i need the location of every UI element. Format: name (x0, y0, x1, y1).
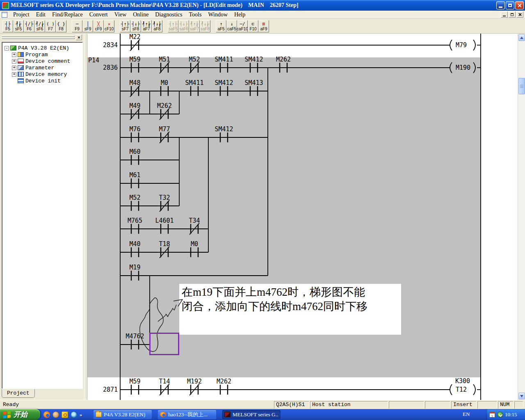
mdi-minimize-button[interactable] (501, 11, 508, 18)
tool-aF8-icon: ┦↓┟ (153, 21, 161, 27)
restore-button[interactable] (506, 1, 514, 9)
dock-grip[interactable] (2, 36, 75, 37)
tool-F7-button[interactable]: ( )F7 (45, 20, 56, 32)
ladder-editor[interactable]: M22M792834M59M51M52SM411SM412M262M190283… (87, 34, 518, 400)
tool-sF9-button[interactable]: │sF9 (82, 20, 93, 32)
tool-F8-button[interactable]: { }F8 (56, 20, 66, 32)
svg-text:M52: M52 (129, 194, 140, 201)
panel-splitter[interactable] (84, 34, 87, 400)
tool-caF10-button[interactable]: ─/caF10 (237, 20, 248, 32)
mdi-restore-button[interactable] (509, 11, 516, 18)
close-button[interactable] (515, 1, 524, 9)
menu-online[interactable]: Online (130, 11, 152, 18)
tool-caF5-button[interactable]: ↓caF5 (226, 20, 237, 32)
expand-toggle[interactable]: + (12, 72, 16, 77)
taskbar-button-hao123-[interactable]: hao123--我的上... (158, 410, 216, 419)
messenger-icon[interactable] (52, 411, 59, 418)
firefox-icon[interactable] (43, 411, 50, 418)
menu-view[interactable]: View (111, 11, 130, 18)
tool-aF5-icon: ↑ (220, 21, 223, 27)
vertical-scrollbar[interactable] (518, 34, 525, 400)
taskbar-button-label: P4A V3.28 E2(EN) (104, 411, 145, 418)
menu-window[interactable]: Window (205, 11, 231, 18)
parameter-icon (18, 65, 24, 70)
tool-aF9-label: aF9 (260, 27, 267, 31)
panel-header[interactable]: × (1, 34, 83, 41)
window-title: MELSOFT series GX Developer F:\Punch Pre… (11, 2, 495, 9)
menu-items: ProjectEditFind/ReplaceConvertViewOnline… (10, 11, 500, 18)
tool-F7-label: F7 (48, 27, 53, 31)
scroll-down-button[interactable] (518, 393, 525, 399)
tool-F10-button[interactable]: ⊏F10 (248, 20, 258, 32)
tree-item-label: P4A V3.28 E2(EN) (18, 45, 69, 51)
tool-F6-button[interactable]: ┤/├F6 (24, 20, 34, 32)
search-icon[interactable] (62, 411, 68, 418)
tool-saF5-button: ┤↑├saF5 (168, 20, 178, 32)
mdi-minimize-icon (503, 16, 506, 16)
tree-item-program[interactable]: +Program (3, 51, 82, 58)
menu-edit[interactable]: Edit (33, 11, 49, 18)
menu-convert[interactable]: Convert (86, 11, 111, 18)
annotation-line-1: 在m19下面并上m4762时，梯形图不能 (182, 285, 399, 299)
menu-help[interactable]: Help (231, 11, 249, 18)
tree-item-label: Device init (25, 78, 61, 84)
tree-item-device-memory[interactable]: +Device memory (3, 71, 82, 78)
tool-aF7-button[interactable]: ┦↑┟aF7 (141, 20, 152, 32)
annotation-line-2: 闭合，添加向下的线时m4762同时下移 (182, 299, 399, 314)
update-shield-icon[interactable] (497, 412, 503, 418)
status-connection: Host station (310, 401, 388, 409)
tab-project[interactable]: Project (2, 389, 35, 398)
svg-text:M192: M192 (187, 378, 202, 385)
menu-tools[interactable]: Tools (185, 11, 205, 18)
expand-toggle[interactable]: + (12, 66, 16, 70)
svg-text:M59: M59 (129, 56, 140, 63)
svg-text:SM412: SM412 (215, 79, 233, 87)
menu-project[interactable]: Project (10, 11, 33, 18)
ie-icon[interactable] (71, 411, 77, 418)
panel-close-button[interactable]: × (76, 34, 82, 40)
scrollbar-thumb[interactable] (518, 78, 525, 94)
tool-cF9-button[interactable]: ╳cF9 (93, 20, 104, 32)
status-ready: Ready (1, 401, 273, 409)
tree-item-device-init[interactable]: +Device init (3, 78, 82, 84)
svg-text:M262: M262 (217, 378, 231, 385)
expand-toggle[interactable]: - (5, 46, 9, 50)
expand-toggle[interactable]: + (12, 59, 16, 64)
dock-grip[interactable] (2, 38, 75, 39)
minimize-button[interactable] (496, 1, 505, 9)
mdi-document-icon[interactable] (2, 12, 7, 18)
tool-sF8-button[interactable]: ┤↓├sF8 (130, 20, 141, 32)
tool-aF9-button[interactable]: ⊠aF9 (258, 20, 269, 32)
taskbar-button-p4a-v3-28-e2-en-[interactable]: P4A V3.28 E2(EN) (94, 410, 152, 419)
status-plc-type: Q2AS(H)S1 (274, 401, 309, 409)
language-indicator[interactable]: EN (463, 411, 470, 418)
windows-flag-icon (3, 410, 11, 418)
tool-sF5-button[interactable]: ┦┟sF5 (13, 20, 24, 32)
menu-find-replace[interactable]: Find/Replace (49, 11, 86, 18)
scroll-up-button[interactable] (518, 34, 525, 41)
toolbar-group-3: ┤↑├sF7┤↓├sF8┦↑┟aF7┦↓┟aF8 (120, 20, 162, 32)
tool-sF7-button[interactable]: ┤↑├sF7 (120, 20, 130, 32)
tool-F9-button[interactable]: ─F9 (72, 20, 82, 32)
expand-toggle[interactable]: + (12, 52, 16, 57)
tool-cF9-label: cF9 (95, 27, 102, 31)
status-num-lock: NUM (498, 401, 514, 409)
svg-text:SM412: SM412 (244, 56, 263, 63)
mdi-close-button[interactable] (516, 11, 523, 18)
calendar-icon[interactable]: 1 (489, 412, 495, 418)
tool-sF6-button[interactable]: ┦/┟sF6 (34, 20, 45, 32)
tool-aF5-button[interactable]: ↑aF5 (216, 20, 226, 32)
tree-item-parameter[interactable]: +Parameter (3, 64, 82, 71)
svg-text:M59: M59 (129, 378, 140, 385)
tool-F10-icon: ⊏ (252, 21, 255, 27)
tree-item-p4a-v3-28-e2-en-[interactable]: -P4A V3.28 E2(EN) (3, 45, 82, 51)
tool-aF8-button[interactable]: ┦↓┟aF8 (152, 20, 162, 32)
tool-F6-label: F6 (27, 27, 32, 31)
menu-diagnostics[interactable]: Diagnostics (152, 11, 185, 18)
quicklaunch-chevron-icon[interactable]: » (80, 411, 82, 418)
tool-cF10-button[interactable]: ✕cF10 (104, 20, 114, 32)
start-button[interactable]: 开始 (0, 409, 40, 420)
taskbar-button-melsoft-series-g-[interactable]: MELSOFT series G... (222, 410, 281, 419)
tool-F5-button[interactable]: ┤├F5 (2, 20, 13, 32)
tree-item-device-comment[interactable]: +Device comment (3, 58, 82, 64)
